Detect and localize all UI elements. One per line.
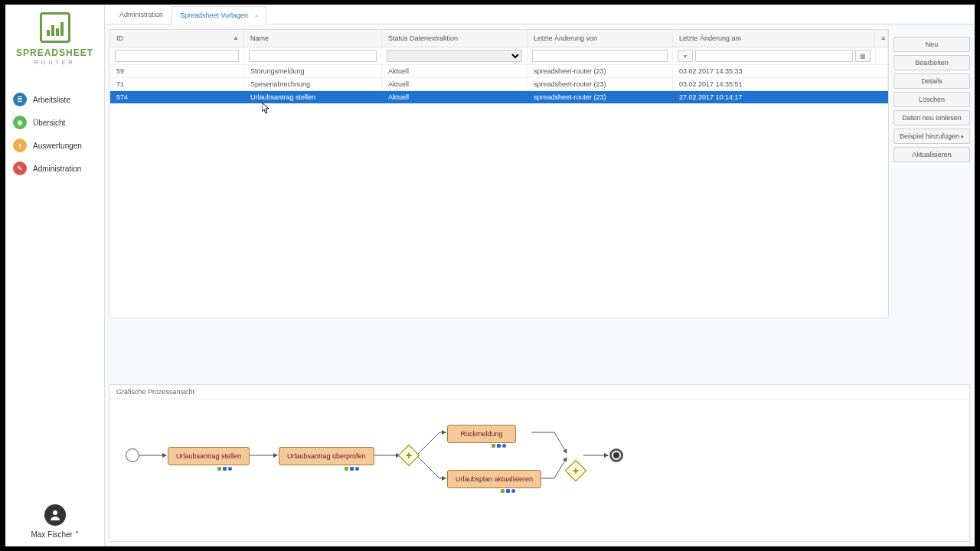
task-marker-icons: [501, 489, 515, 493]
nav-auswertungen[interactable]: ⫾ Auswertungen: [5, 134, 104, 157]
task-marker-icons: [345, 467, 359, 471]
bpmn-task[interactable]: Urlaubsplan aktualisieren: [447, 470, 541, 488]
task-marker-icons: [217, 467, 232, 471]
username: Max Fischer ˅: [13, 530, 96, 539]
column-menu-icon[interactable]: ≡: [875, 30, 888, 47]
list-icon: ≣: [13, 93, 27, 106]
filter-status-select[interactable]: [387, 50, 522, 62]
col-status[interactable]: Status Datenextraktion: [382, 30, 528, 47]
templates-grid: ID▲ Name Status Datenextraktion Letzte Ä…: [109, 29, 889, 318]
svg-point-0: [53, 510, 57, 515]
nav-label: Arbeitsliste: [33, 96, 70, 104]
edit-button[interactable]: Bearbeiten: [893, 55, 970, 70]
bpmn-end-event[interactable]: [609, 448, 623, 462]
col-id[interactable]: ID▲: [110, 30, 244, 47]
reload-data-button[interactable]: Daten neu einlesen: [893, 110, 970, 126]
col-name[interactable]: Name: [244, 30, 382, 47]
svg-line-4: [416, 432, 439, 455]
brand-line2: ROUTER: [13, 60, 96, 65]
overview-icon: ◉: [13, 116, 27, 129]
action-panel: Neu Bearbeiten Details Löschen Daten neu…: [893, 29, 970, 380]
nav-label: Übersicht: [33, 119, 65, 127]
bpmn-start-event[interactable]: [126, 448, 139, 462]
bpmn-task[interactable]: Urlaubsantrag überprüfen: [279, 447, 374, 465]
close-icon[interactable]: ×: [255, 12, 259, 19]
tab-administration[interactable]: Administration: [111, 5, 172, 24]
caret-down-icon: ▾: [961, 134, 964, 139]
nav-label: Auswertungen: [33, 142, 82, 150]
grid-header: ID▲ Name Status Datenextraktion Letzte Ä…: [110, 30, 888, 47]
date-operator-select[interactable]: ▾: [678, 50, 693, 62]
table-row[interactable]: 71 Spesenabrechnung Aktuell spreadsheet-…: [110, 78, 888, 91]
logo: SPREADSHEET ROUTER: [5, 5, 104, 73]
user-area[interactable]: Max Fischer ˅: [5, 497, 104, 546]
filter-von-input[interactable]: [532, 50, 668, 62]
process-title: Grafische Prozessansicht: [110, 385, 969, 399]
mouse-cursor-icon: [262, 103, 271, 115]
filter-name-input[interactable]: [249, 50, 377, 62]
refresh-button[interactable]: Aktualisieren: [893, 147, 970, 162]
bpmn-gateway[interactable]: [565, 460, 586, 481]
sidebar: SPREADSHEET ROUTER ≣ Arbeitsliste ◉ Über…: [5, 5, 105, 546]
add-example-button[interactable]: Beispiel hinzufügen▾: [893, 129, 970, 144]
grid-filter-row: ▾ ▦: [110, 47, 888, 65]
col-am[interactable]: Letzte Änderung am: [673, 30, 875, 47]
task-marker-icons: [492, 444, 506, 448]
svg-line-11: [554, 458, 567, 478]
sort-asc-icon: ▲: [233, 34, 239, 41]
delete-button[interactable]: Löschen: [893, 92, 970, 107]
nav-arbeitsliste[interactable]: ≣ Arbeitsliste: [5, 88, 104, 111]
process-canvas: Urlaubsantrag stellen Urlaubsantrag über…: [110, 399, 969, 541]
nav-uebersicht[interactable]: ◉ Übersicht: [5, 111, 104, 134]
nav-label: Administration: [33, 165, 81, 173]
tab-label: Spreadsheet Vorlagen: [180, 11, 248, 19]
tab-bar: Administration Spreadsheet Vorlagen ×: [105, 5, 975, 24]
filter-id-input[interactable]: [115, 50, 239, 62]
gear-icon: ✎: [13, 161, 27, 175]
filter-am-input[interactable]: [695, 50, 853, 62]
brand-line1: SPREADSHEET: [13, 47, 96, 58]
table-row[interactable]: 59 Störungsmeldung Aktuell spreadsheet-r…: [110, 65, 888, 78]
avatar-icon: [44, 504, 66, 526]
table-row[interactable]: 574 Urlaubsantrag stellen Aktuell spread…: [110, 91, 888, 104]
chart-icon: ⫾: [13, 139, 27, 152]
date-picker-icon[interactable]: ▦: [855, 50, 871, 62]
bpmn-task[interactable]: Urlaubsantrag stellen: [168, 447, 250, 465]
logo-icon: [40, 12, 70, 43]
nav-administration[interactable]: ✎ Administration: [5, 157, 104, 180]
process-panel: Grafische Prozessansicht: [109, 384, 970, 542]
bpmn-gateway[interactable]: [398, 445, 420, 466]
grid-body: 59 Störungsmeldung Aktuell spreadsheet-r…: [110, 65, 888, 318]
col-von[interactable]: Letzte Änderung von: [528, 30, 673, 47]
svg-line-6: [416, 455, 439, 478]
bpmn-task[interactable]: Rückmeldung: [447, 425, 516, 443]
chevron-down-icon: ˅: [75, 530, 79, 539]
svg-line-9: [554, 432, 567, 453]
new-button[interactable]: Neu: [893, 37, 970, 52]
tab-spreadsheet-vorlagen[interactable]: Spreadsheet Vorlagen ×: [172, 6, 266, 24]
details-button[interactable]: Details: [893, 73, 970, 89]
